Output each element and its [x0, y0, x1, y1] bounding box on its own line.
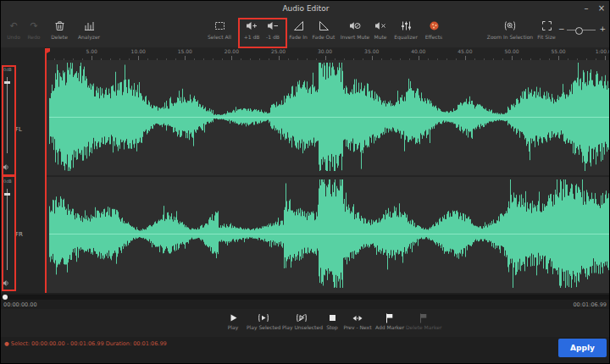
- prev-next-button[interactable]: Prev - Next: [343, 312, 372, 330]
- ruler-tick-label: 55.00: [546, 48, 571, 54]
- minimize-button[interactable]: –: [579, 1, 594, 16]
- zoom-slider-knob[interactable]: [575, 27, 583, 35]
- channel-gutter: 0dB FL 0dB FR: [1, 47, 46, 293]
- fl-speaker-icon[interactable]: [3, 158, 10, 174]
- zoom-out-icon[interactable]: −: [558, 25, 565, 33]
- volume-up-icon: [241, 19, 262, 33]
- fl-gain-label: 0dB: [3, 67, 12, 72]
- end-time-label: 00:01:06.99: [573, 301, 607, 308]
- scrollbar-knob[interactable]: [3, 295, 8, 300]
- fr-speaker-icon[interactable]: [3, 274, 10, 290]
- zoom-in-selection-button[interactable]: Zoom In Selection: [486, 19, 534, 40]
- add-marker-icon: [375, 312, 404, 323]
- fade-out-icon: [311, 19, 336, 33]
- start-time-label: 00:00:00.00: [3, 301, 37, 308]
- status-text: Select: 00:00:00.00 - 00:01:06.99 Durati…: [11, 340, 167, 347]
- ruler-tick-label: 45.00: [452, 48, 478, 54]
- channel-label-fr: FR: [15, 231, 23, 238]
- select-all-icon: [204, 19, 235, 33]
- fit-size-button[interactable]: Fit Size: [535, 19, 558, 40]
- titlebar: Audio Editor – ×: [1, 1, 610, 16]
- stop-button[interactable]: Stop: [323, 312, 341, 330]
- channel-divider: [45, 175, 610, 177]
- effects-icon: [422, 19, 446, 33]
- selection-status: ● Select: 00:00:00.00 - 00:01:06.99 Dura…: [4, 340, 167, 347]
- delete-button[interactable]: Delete: [47, 19, 72, 40]
- prev-next-icon: [343, 312, 372, 323]
- transport-bar: Play Play Selected Play Unselected Stop …: [1, 309, 610, 337]
- volume-up-button[interactable]: +1 dB: [241, 19, 262, 40]
- delete-marker-icon: [406, 312, 441, 323]
- timeline-ruler[interactable]: 5.0010.0015.0020.0025.0030.0035.0040.004…: [45, 47, 610, 60]
- playhead-line[interactable]: [45, 48, 47, 293]
- effects-button[interactable]: Effects: [422, 19, 446, 40]
- play-icon: [223, 312, 243, 323]
- play-selected-icon: [247, 312, 280, 323]
- fr-gain-label: 0dB: [3, 179, 12, 184]
- channel-label-fl: FL: [15, 126, 22, 133]
- redo-button[interactable]: ↷ Redo: [25, 19, 43, 40]
- audio-editor-window: Audio Editor – × ↶ Undo ↷ Redo Delete An…: [0, 0, 610, 364]
- fade-out-button[interactable]: Fade Out: [311, 19, 336, 40]
- analyzer-icon: [74, 19, 104, 33]
- stop-icon: [323, 312, 341, 323]
- zoom-in-selection-icon: [486, 19, 534, 33]
- delete-marker-button[interactable]: Delete Marker: [406, 312, 441, 330]
- fl-volume-slider[interactable]: [7, 77, 8, 153]
- redo-icon: ↷: [25, 19, 43, 33]
- zoom-slider[interactable]: − +: [558, 23, 606, 38]
- ruler-tick-label: 35.00: [359, 48, 385, 54]
- play-button[interactable]: Play: [223, 312, 243, 330]
- play-unselected-button[interactable]: Play Unselected: [282, 312, 321, 330]
- mute-button[interactable]: Mute: [371, 19, 390, 40]
- fl-volume-knob[interactable]: [4, 81, 10, 84]
- volume-down-icon: [263, 19, 283, 33]
- window-title: Audio Editor: [1, 1, 610, 16]
- ruler-tick-label: 10.00: [125, 48, 151, 54]
- ruler-tick-label: 15.00: [172, 48, 197, 54]
- select-all-button[interactable]: Select All: [204, 19, 235, 40]
- add-marker-button[interactable]: Add Marker: [375, 312, 404, 330]
- ruler-tick-label: 30.00: [313, 48, 338, 54]
- trash-icon: [47, 19, 72, 33]
- fr-volume-knob[interactable]: [4, 193, 10, 196]
- play-unselected-icon: [282, 312, 321, 323]
- equalizer-button[interactable]: Equalizer: [391, 19, 420, 40]
- ruler-tick-label: 20.00: [219, 48, 244, 54]
- undo-button[interactable]: ↶ Undo: [4, 19, 23, 40]
- ruler-tick-label: 50.00: [499, 48, 524, 54]
- zoom-in-icon[interactable]: +: [599, 25, 606, 33]
- fr-volume-slider[interactable]: [7, 189, 8, 270]
- play-selected-button[interactable]: Play Selected: [247, 312, 280, 330]
- status-bullet: ●: [4, 340, 9, 347]
- ruler-tick-label: 5.00: [79, 48, 104, 54]
- equalizer-icon: [391, 19, 420, 33]
- apply-button[interactable]: Apply: [558, 339, 607, 357]
- volume-down-button[interactable]: -1 dB: [263, 19, 283, 40]
- fade-in-icon: [286, 19, 310, 33]
- fit-size-icon: [535, 19, 558, 33]
- horizontal-scrollbar[interactable]: [1, 295, 610, 300]
- ruler-tick-label: 25.00: [266, 48, 291, 54]
- ruler-tick-label: 1:00.00: [592, 48, 610, 54]
- toolbar: ↶ Undo ↷ Redo Delete Analyzer Select All: [1, 16, 610, 48]
- mute-icon: [371, 19, 390, 33]
- fade-in-button[interactable]: Fade In: [286, 19, 310, 40]
- ruler-tick-label: 40.00: [406, 48, 431, 54]
- close-button[interactable]: ×: [594, 1, 609, 16]
- invert-mute-button[interactable]: Invert Mute: [338, 19, 372, 40]
- undo-icon: ↶: [4, 19, 23, 33]
- analyzer-button[interactable]: Analyzer: [74, 19, 104, 40]
- invert-mute-icon: [338, 19, 372, 33]
